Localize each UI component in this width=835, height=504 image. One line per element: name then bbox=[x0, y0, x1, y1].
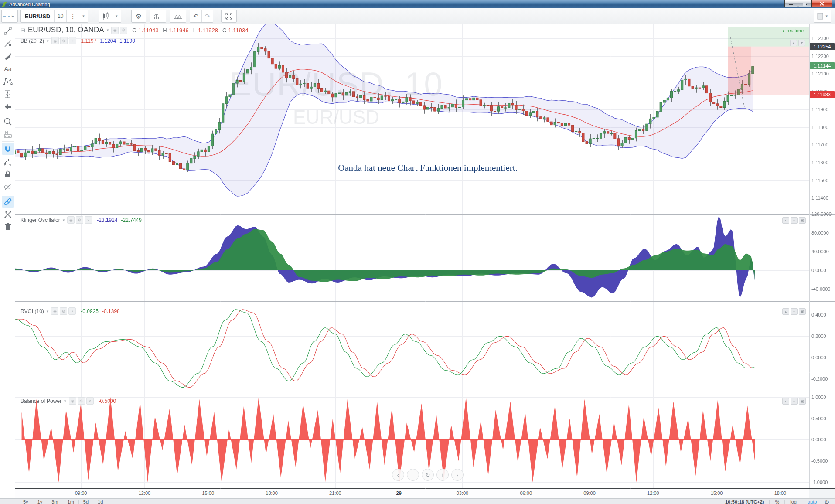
auto-scale-button[interactable]: auto bbox=[802, 499, 822, 504]
chart-annotation-text[interactable]: Oanda hat neue Chart Funktionen implemen… bbox=[306, 163, 550, 174]
time-tick-label: 12:00 bbox=[644, 490, 663, 496]
close-icon: × bbox=[87, 218, 89, 222]
trend-line-tool[interactable] bbox=[2, 25, 14, 37]
log-scale-button[interactable]: log bbox=[785, 499, 802, 504]
bop-menu-caret[interactable]: ▾ bbox=[64, 399, 66, 403]
lock-tool[interactable] bbox=[2, 168, 14, 180]
pane-move-up-button[interactable]: ▴ bbox=[782, 217, 789, 224]
minimize-button[interactable] bbox=[784, 0, 798, 7]
app-logo-icon bbox=[2, 2, 7, 7]
series-visibility-button[interactable]: ◉ bbox=[111, 27, 119, 34]
close-button[interactable] bbox=[811, 0, 832, 7]
chart-style-button[interactable] bbox=[99, 10, 112, 22]
price-tick-label: -0.2000 bbox=[811, 376, 828, 381]
price-tick-label: -0.5000 bbox=[811, 458, 828, 463]
bop-visibility-button[interactable]: ◉ bbox=[69, 397, 76, 405]
range-button-3m[interactable]: 3m bbox=[47, 499, 62, 504]
bb-visibility-button[interactable]: ◉ bbox=[51, 37, 59, 44]
reset-view-button[interactable]: ↻ bbox=[422, 469, 434, 481]
remove-drawings-tool[interactable] bbox=[2, 221, 14, 233]
gear-icon: ⚙ bbox=[824, 499, 829, 504]
pane-move-down-button[interactable]: ▾ bbox=[798, 40, 805, 46]
interval-menu-button[interactable]: ⋮ bbox=[67, 10, 79, 22]
interval-dropdown-button[interactable]: ▾ bbox=[79, 10, 88, 22]
settings-button[interactable]: ⚙ bbox=[131, 10, 146, 23]
collapse-legend-icon[interactable]: ⊟ bbox=[20, 27, 25, 34]
range-button-1d[interactable]: 1d bbox=[93, 499, 107, 504]
bb-lower-value: 1.1190 bbox=[119, 38, 135, 44]
zoom-in-button[interactable]: + bbox=[436, 469, 449, 481]
bop-settings-button[interactable]: ⚙ bbox=[78, 397, 85, 405]
scroll-left-button[interactable]: ‹ bbox=[392, 469, 404, 481]
zoom-in-tool[interactable] bbox=[2, 116, 14, 127]
text-tool[interactable]: Aa bbox=[2, 63, 14, 75]
series-menu-caret[interactable]: ▾ bbox=[107, 28, 109, 32]
indicators-button[interactable] bbox=[150, 10, 166, 23]
rvgi-menu-caret[interactable]: ▾ bbox=[47, 309, 49, 313]
pane-maximize-button[interactable]: ▣ bbox=[799, 217, 806, 224]
chart-style-dropdown[interactable]: ▾ bbox=[112, 10, 121, 22]
pane-move-down-button[interactable]: ▾ bbox=[791, 398, 798, 405]
main-pane-controls: ▴ ▾ bbox=[789, 40, 805, 46]
prediction-tool[interactable] bbox=[2, 88, 14, 100]
pane-maximize-button[interactable]: ▣ bbox=[799, 398, 806, 405]
symbol-input[interactable]: EUR/USD bbox=[21, 10, 55, 22]
layout-icon bbox=[817, 13, 823, 20]
range-button-1m[interactable]: 1m bbox=[63, 499, 78, 504]
pattern-tool[interactable] bbox=[2, 75, 14, 87]
pitchfork-tool[interactable] bbox=[2, 37, 14, 49]
price-tick-label: 1.11900 bbox=[811, 107, 828, 112]
range-button-5d[interactable]: 5d bbox=[79, 499, 93, 504]
restore-button[interactable] bbox=[798, 0, 811, 7]
axis-settings-button[interactable]: ⚙ bbox=[822, 499, 831, 504]
measure-tool[interactable] bbox=[2, 128, 14, 140]
pane-maximize-button[interactable]: ▣ bbox=[799, 308, 806, 315]
interval-input[interactable]: 10 bbox=[55, 10, 67, 22]
brush-tool[interactable] bbox=[2, 50, 14, 62]
bb-remove-button[interactable]: × bbox=[69, 37, 76, 44]
series-settings-button[interactable]: ⚙ bbox=[120, 27, 127, 34]
bb-menu-caret[interactable]: ▾ bbox=[47, 39, 49, 43]
range-button-1y[interactable]: 1y bbox=[33, 499, 47, 504]
price-tick-label: 40.0000 bbox=[811, 249, 829, 254]
bb-settings-button[interactable]: ⚙ bbox=[60, 37, 68, 44]
klinger-settings-button[interactable]: ⚙ bbox=[76, 216, 83, 224]
percent-scale-button[interactable]: % bbox=[770, 499, 784, 504]
compare-button[interactable] bbox=[170, 10, 186, 23]
time-axis[interactable]: 09:0012:0015:0018:0021:002903:0006:0009:… bbox=[15, 489, 809, 498]
undo-button[interactable]: ↶ bbox=[190, 10, 202, 22]
arrow-tool[interactable] bbox=[2, 101, 14, 112]
pane-move-down-button[interactable]: ▾ bbox=[791, 308, 798, 315]
gear-icon: ⚙ bbox=[78, 218, 82, 222]
hide-drawings-tool[interactable] bbox=[2, 181, 14, 193]
drawing-mode-tool[interactable] bbox=[2, 156, 14, 167]
object-tree-tool[interactable] bbox=[2, 208, 14, 220]
klinger-visibility-button[interactable]: ◉ bbox=[67, 216, 75, 224]
fullscreen-button[interactable] bbox=[221, 10, 237, 23]
pane-move-up-button[interactable]: ▴ bbox=[782, 308, 789, 315]
zoom-out-button[interactable]: − bbox=[407, 469, 419, 481]
range-button-5y[interactable]: 5y bbox=[19, 499, 33, 504]
pane-move-down-button[interactable]: ▾ bbox=[791, 217, 798, 224]
rvgi-remove-button[interactable]: × bbox=[68, 307, 76, 315]
scroll-right-button[interactable]: › bbox=[451, 469, 464, 481]
crosshair-tool-button[interactable]: ▸ bbox=[1, 10, 18, 23]
redo-button[interactable]: ↷ bbox=[202, 10, 213, 22]
time-tick-label: 09:00 bbox=[580, 490, 599, 496]
chart-canvas[interactable] bbox=[15, 24, 835, 489]
rvgi-settings-button[interactable]: ⚙ bbox=[60, 307, 67, 315]
pane-move-up-button[interactable]: ▴ bbox=[790, 40, 797, 46]
sync-drawings-tool[interactable] bbox=[2, 196, 14, 208]
bop-remove-button[interactable]: × bbox=[86, 397, 94, 405]
klinger-kvo-value: -23.1924 bbox=[97, 217, 117, 223]
klinger-menu-caret[interactable]: ▾ bbox=[63, 218, 65, 222]
gear-icon: ⚙ bbox=[62, 309, 65, 313]
magnet-tool[interactable] bbox=[2, 143, 14, 155]
pane-move-up-button[interactable]: ▴ bbox=[782, 398, 789, 405]
klinger-remove-button[interactable]: × bbox=[85, 216, 92, 224]
price-axis[interactable]: 1.123001.122001.121001.120001.119001.118… bbox=[810, 24, 835, 489]
window-titlebar[interactable]: Advanced Charting bbox=[0, 0, 835, 8]
layout-button[interactable]: ▾ bbox=[814, 10, 831, 23]
rvgi-visibility-button[interactable]: ◉ bbox=[51, 307, 58, 315]
price-tick-label: 0.4000 bbox=[811, 312, 826, 317]
